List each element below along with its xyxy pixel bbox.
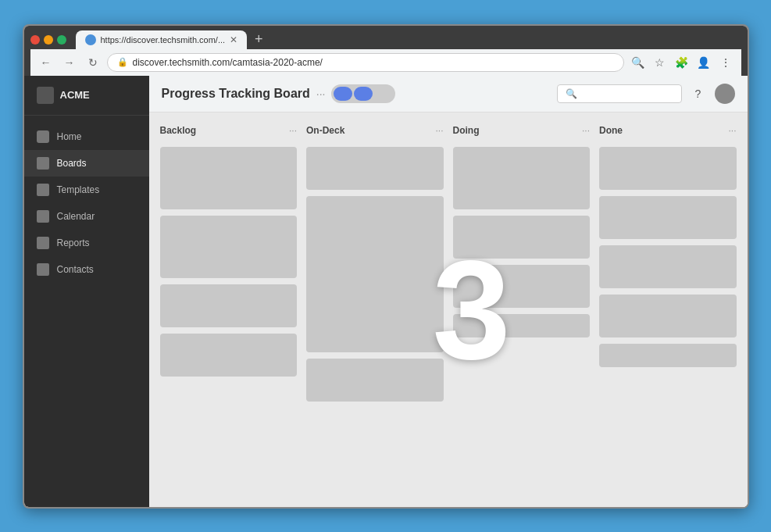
sidebar-label-home: Home: [57, 131, 82, 142]
top-bar: Progress Tracking Board ··· 🔍 ?: [149, 76, 748, 112]
sidebar-item-templates[interactable]: Templates: [24, 177, 149, 203]
sidebar-header: ACME: [24, 76, 149, 116]
column-header-doing: Doing ···: [453, 123, 591, 141]
user-avatar[interactable]: [715, 84, 735, 104]
help-button[interactable]: ?: [688, 84, 709, 104]
sidebar-item-reports[interactable]: Reports: [24, 230, 149, 256]
column-done: Done ···: [599, 123, 737, 496]
sidebar-item-contacts[interactable]: Contacts: [24, 256, 149, 283]
lock-icon: 🔒: [117, 57, 128, 67]
search-browser-icon[interactable]: 🔍: [629, 53, 648, 72]
reports-icon: [37, 237, 49, 249]
card[interactable]: [453, 216, 591, 259]
card[interactable]: [306, 147, 444, 190]
sidebar: ACME Home Boards Templates Calendar: [24, 76, 149, 507]
sidebar-title: ACME: [60, 89, 90, 101]
board-area: Backlog ··· On-Deck ···: [149, 112, 748, 507]
board-more-icon[interactable]: ···: [316, 87, 326, 100]
column-header-backlog: Backlog ···: [160, 123, 298, 141]
column-more-backlog[interactable]: ···: [289, 125, 297, 136]
card[interactable]: [599, 196, 737, 239]
card[interactable]: [599, 344, 737, 367]
home-icon: [37, 130, 49, 143]
boards-icon: [37, 157, 49, 170]
new-tab-button[interactable]: +: [250, 31, 268, 48]
sidebar-item-calendar[interactable]: Calendar: [24, 203, 149, 230]
card[interactable]: [599, 147, 737, 190]
card[interactable]: [453, 314, 591, 337]
calendar-icon: [37, 210, 49, 223]
tab-favicon: [85, 34, 96, 45]
forward-button[interactable]: →: [60, 53, 79, 72]
sidebar-nav: Home Boards Templates Calendar Reports: [24, 116, 149, 507]
card[interactable]: [306, 359, 444, 402]
address-bar[interactable]: 🔒 discover.techsmith.com/camtasia-2020-a…: [107, 53, 624, 72]
column-on-deck: On-Deck ···: [306, 123, 444, 496]
contacts-icon: [37, 263, 49, 276]
column-header-on-deck: On-Deck ···: [306, 123, 444, 141]
column-title-done: Done: [599, 125, 623, 136]
column-header-done: Done ···: [599, 123, 737, 141]
window-controls: [30, 35, 66, 45]
search-bar[interactable]: 🔍: [557, 84, 682, 103]
tab-label: https://discover.techsmith.com/...: [101, 35, 226, 45]
sidebar-label-reports: Reports: [57, 237, 90, 248]
column-title-on-deck: On-Deck: [306, 125, 344, 136]
sidebar-label-boards: Boards: [57, 158, 87, 169]
browser-chrome: https://discover.techsmith.com/... ✕ + ←…: [24, 26, 748, 76]
address-bar-row: ← → ↻ 🔒 discover.techsmith.com/camtasia-…: [30, 49, 741, 76]
extensions-icon[interactable]: 🧩: [673, 53, 691, 72]
main-content: Progress Tracking Board ··· 🔍 ?: [149, 76, 748, 507]
search-icon: 🔍: [566, 88, 577, 99]
card[interactable]: [453, 147, 591, 209]
card[interactable]: [160, 147, 298, 209]
column-doing: Doing ···: [453, 123, 591, 496]
column-backlog: Backlog ···: [160, 123, 298, 496]
tab-bar: https://discover.techsmith.com/... ✕ +: [30, 30, 741, 49]
browser-tab[interactable]: https://discover.techsmith.com/... ✕: [76, 30, 248, 49]
sidebar-label-templates: Templates: [57, 184, 100, 195]
tab-close-icon[interactable]: ✕: [230, 34, 237, 45]
back-button[interactable]: ←: [37, 53, 55, 72]
card[interactable]: [160, 216, 298, 278]
column-more-on-deck[interactable]: ···: [435, 125, 443, 136]
toggle-btn-1[interactable]: [334, 87, 352, 101]
sidebar-item-boards[interactable]: Boards: [24, 150, 149, 177]
reload-button[interactable]: ↻: [84, 53, 102, 72]
maximize-button[interactable]: [57, 35, 66, 45]
column-title-backlog: Backlog: [160, 125, 197, 136]
sidebar-item-home[interactable]: Home: [24, 123, 149, 150]
sidebar-label-contacts: Contacts: [57, 264, 94, 275]
top-bar-actions: 🔍 ?: [557, 84, 735, 104]
app-container: ACME Home Boards Templates Calendar: [24, 76, 748, 507]
templates-icon: [37, 184, 49, 196]
browser-window: https://discover.techsmith.com/... ✕ + ←…: [23, 24, 749, 509]
toggle-btn-3[interactable]: [374, 87, 393, 101]
board-title: Progress Tracking Board: [162, 87, 310, 101]
browser-actions: 🔍 ☆ 🧩 👤 ⋮: [629, 53, 735, 72]
bookmark-icon[interactable]: ☆: [651, 53, 669, 72]
view-toggle[interactable]: [331, 84, 395, 103]
column-more-doing[interactable]: ···: [582, 125, 590, 136]
card[interactable]: [306, 196, 444, 352]
columns-container: Backlog ··· On-Deck ···: [160, 123, 737, 496]
card[interactable]: [453, 265, 591, 308]
board-title-area: Progress Tracking Board ···: [162, 84, 396, 103]
card[interactable]: [160, 284, 298, 327]
sidebar-logo: [37, 87, 54, 104]
minimize-button[interactable]: [44, 35, 53, 45]
card[interactable]: [160, 334, 298, 377]
sidebar-label-calendar: Calendar: [57, 211, 95, 222]
profile-icon[interactable]: 👤: [694, 53, 713, 72]
column-title-doing: Doing: [453, 125, 480, 136]
address-text: discover.techsmith.com/camtasia-2020-acm…: [133, 57, 614, 68]
card[interactable]: [599, 245, 737, 288]
column-more-done[interactable]: ···: [728, 125, 736, 136]
toggle-btn-2[interactable]: [354, 87, 373, 101]
menu-icon[interactable]: ⋮: [716, 53, 735, 72]
close-button[interactable]: [30, 35, 40, 45]
card[interactable]: [599, 295, 737, 337]
